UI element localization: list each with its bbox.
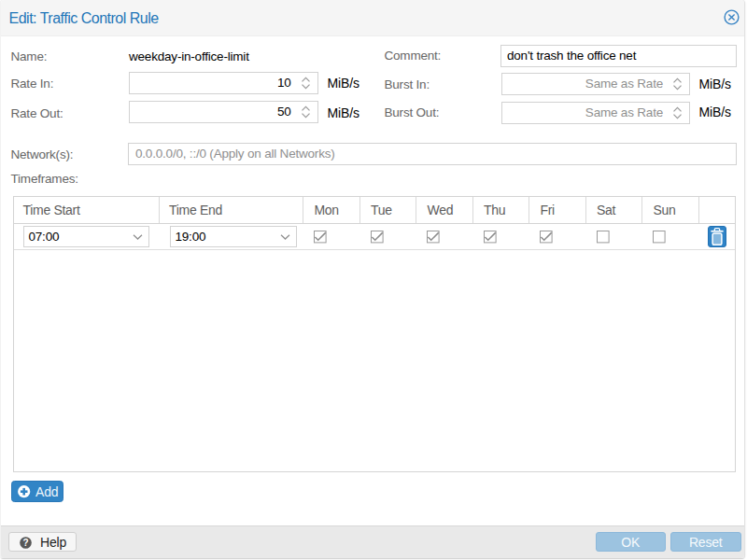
svg-text:?: ? (22, 538, 28, 548)
